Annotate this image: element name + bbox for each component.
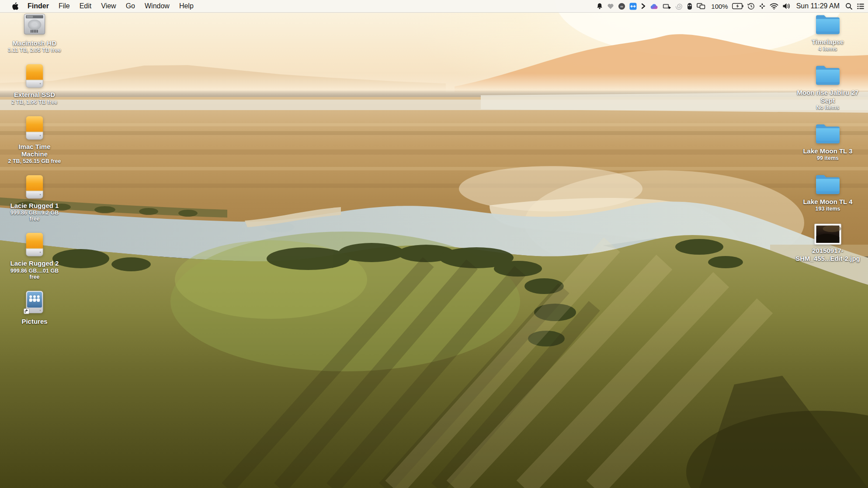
icon-label: External SSD bbox=[14, 91, 55, 98]
capture-icon[interactable] bbox=[663, 0, 671, 12]
icon-label: Lake Moon TL 4 bbox=[803, 198, 852, 205]
icon-info: 2 TB, 526.15 GB free bbox=[8, 158, 61, 164]
icon-info: 4 items bbox=[818, 46, 837, 52]
desktop-icon-imac-time-machine[interactable]: Imac Time Machine 2 TB, 526.15 GB free bbox=[8, 115, 61, 165]
spiral-icon[interactable] bbox=[675, 0, 683, 12]
menu-file[interactable]: File bbox=[54, 0, 75, 12]
app-menu-finder[interactable]: Finder bbox=[23, 0, 54, 12]
icon-label: Lacie Rugged 1 bbox=[10, 202, 59, 209]
external-drive-icon bbox=[22, 174, 47, 200]
icon-info: 999.86 GB...9.2 GB free bbox=[8, 210, 61, 222]
desktop-folder-lake-moon-tl-4[interactable]: Lake Moon TL 4 193 items bbox=[793, 173, 863, 212]
icon-info: No items bbox=[816, 104, 840, 111]
menu-window[interactable]: Window bbox=[140, 0, 174, 12]
window-manager-icon[interactable] bbox=[759, 0, 766, 12]
apple-icon bbox=[12, 2, 18, 10]
battery-charging-icon[interactable] bbox=[732, 0, 743, 12]
desktop-icons-left: Macintosh HD 3.11 TB, 2.05 TB free Exter… bbox=[8, 13, 61, 325]
icon-info: 99 items bbox=[817, 155, 839, 161]
desktop-file-20150917-shm-455-edit-2-jpg[interactable]: 20150917-SHM_455...Edit-2.jpg bbox=[793, 224, 863, 262]
menu-go[interactable]: Go bbox=[121, 0, 140, 12]
icon-label: Pictures bbox=[21, 318, 47, 325]
icon-info: 2 TB, 1.96 TB free bbox=[12, 99, 58, 105]
external-drive-icon bbox=[22, 232, 47, 257]
icon-label: Moon rise Jabiru 27 Sept bbox=[793, 89, 863, 104]
cloud-sync-icon[interactable] bbox=[650, 0, 659, 12]
menu-bar-left: Finder File Edit View Go Window Help bbox=[0, 0, 198, 12]
chevron-icon[interactable] bbox=[641, 0, 646, 12]
folder-icon bbox=[814, 122, 841, 145]
teamviewer-icon[interactable] bbox=[629, 0, 637, 12]
icon-info: 193 items bbox=[816, 206, 840, 212]
volume-icon[interactable] bbox=[782, 0, 791, 12]
icon-label: Timelapse bbox=[812, 38, 844, 45]
creative-cloud-icon[interactable]: ∞ bbox=[618, 0, 625, 12]
svg-text:∞: ∞ bbox=[621, 4, 623, 8]
icon-info: 999.86 GB....01 GB free bbox=[8, 268, 61, 280]
owl-icon[interactable] bbox=[687, 0, 693, 12]
desktop-icon-lacie-rugged-1[interactable]: Lacie Rugged 1 999.86 GB...9.2 GB free bbox=[8, 174, 61, 222]
apple-menu[interactable] bbox=[7, 0, 23, 12]
menu-bar-status: ∞ 100% bbox=[596, 0, 868, 12]
menu-bar: Finder File Edit View Go Window Help ∞ bbox=[0, 0, 868, 13]
wifi-icon[interactable] bbox=[770, 0, 778, 12]
spotlight-icon[interactable] bbox=[845, 0, 853, 12]
internal-drive-icon bbox=[22, 13, 47, 37]
menubar-clock[interactable]: Sun 11:29 AM bbox=[795, 2, 841, 10]
battery-percent: 100% bbox=[711, 3, 728, 10]
wallpaper-image bbox=[0, 0, 868, 488]
menu-edit[interactable]: Edit bbox=[75, 0, 97, 12]
menu-view[interactable]: View bbox=[96, 0, 121, 12]
desktop-icon-pictures[interactable]: Pictures bbox=[8, 290, 61, 325]
icon-label: 20150917-SHM_455...Edit-2.jpg bbox=[793, 247, 863, 262]
displays-icon[interactable] bbox=[697, 0, 705, 12]
desktop-icon-lacie-rugged-2[interactable]: Lacie Rugged 2 999.86 GB....01 GB free bbox=[8, 232, 61, 280]
folder-icon bbox=[814, 13, 841, 36]
heart-icon[interactable] bbox=[607, 0, 614, 12]
notification-center-icon[interactable] bbox=[857, 0, 865, 12]
time-machine-icon[interactable] bbox=[747, 0, 755, 12]
desktop-folder-lake-moon-tl-3[interactable]: Lake Moon TL 3 99 items bbox=[793, 122, 863, 161]
desktop-folder-moon-rise-jabiru-27-sept[interactable]: Moon rise Jabiru 27 Sept No items bbox=[793, 64, 863, 111]
desktop-icon-macintosh-hd[interactable]: Macintosh HD 3.11 TB, 2.05 TB free bbox=[8, 13, 61, 53]
external-drive-icon bbox=[22, 115, 47, 141]
desktop-icon-external-ssd[interactable]: External SSD 2 TB, 1.96 TB free bbox=[8, 63, 61, 105]
image-file-icon bbox=[814, 224, 841, 245]
external-drive-icon bbox=[22, 63, 47, 89]
desktop-icons-right: Timelapse 4 items Moon rise Jabiru 27 Se… bbox=[793, 13, 863, 262]
desktop-folder-timelapse[interactable]: Timelapse 4 items bbox=[793, 13, 863, 52]
folder-icon bbox=[814, 173, 841, 196]
icon-label: Lacie Rugged 2 bbox=[10, 260, 59, 267]
icon-label: Macintosh HD bbox=[13, 39, 56, 47]
bell-icon[interactable] bbox=[596, 0, 603, 12]
icon-label: Lake Moon TL 3 bbox=[803, 147, 852, 155]
network-drive-icon bbox=[22, 290, 47, 315]
icon-info: 3.11 TB, 2.05 TB free bbox=[8, 47, 61, 53]
desktop[interactable]: Finder File Edit View Go Window Help ∞ bbox=[0, 0, 868, 488]
icon-label: Imac Time Machine bbox=[8, 143, 61, 158]
menu-help[interactable]: Help bbox=[174, 0, 198, 12]
folder-icon bbox=[814, 64, 841, 87]
